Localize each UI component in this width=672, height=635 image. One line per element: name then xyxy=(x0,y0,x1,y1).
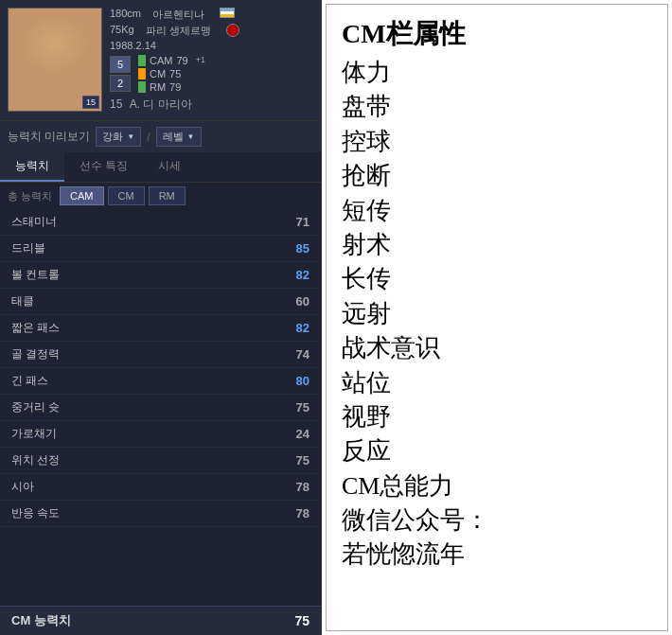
num-badge-5: 5 xyxy=(110,56,131,73)
right-item: 抢断 xyxy=(342,159,652,193)
stat-name: 중거리 슛 xyxy=(11,399,60,415)
enhance-dropdown[interactable]: 강화 xyxy=(96,127,141,147)
pos-cam-row: CAM 79 xyxy=(138,55,188,66)
sub-tab-cm[interactable]: CM xyxy=(108,186,145,205)
num-badge-2: 2 xyxy=(110,75,131,92)
right-item: 反应 xyxy=(342,434,652,468)
ability-preview-label: 능력치 미리보기 xyxy=(8,129,90,145)
player-name: A. 디 마리아 xyxy=(130,97,192,111)
player-number-badge: 15 xyxy=(82,96,99,109)
pos-cam-value: 79 xyxy=(176,55,187,66)
stat-name: 골 결정력 xyxy=(11,346,60,362)
right-footer-line: 微信公众号： xyxy=(342,503,652,538)
stat-row: 스태미너71 xyxy=(0,209,321,236)
right-footer-line: 若恍惚流年 xyxy=(342,538,652,572)
stat-value: 78 xyxy=(281,506,309,520)
player-height: 180cm xyxy=(110,8,141,22)
sub-tab-rm[interactable]: RM xyxy=(149,186,186,205)
argentina-flag-icon xyxy=(220,8,235,18)
total-row-label: CM 능력치 xyxy=(11,612,71,629)
divider: / xyxy=(147,131,150,144)
right-item: 体力 xyxy=(342,56,652,90)
stat-row: 반응 속도78 xyxy=(0,501,321,527)
stat-name: 가로채기 xyxy=(11,426,57,442)
stat-value: 75 xyxy=(281,400,309,415)
stat-value: 24 xyxy=(281,427,309,441)
sub-tab-cam[interactable]: CAM xyxy=(60,186,103,205)
right-item: 长传 xyxy=(342,262,652,296)
player-number-label: 15 xyxy=(110,97,122,111)
stat-name: 스태미너 xyxy=(11,214,57,230)
right-item: 控球 xyxy=(342,125,652,159)
stat-row: 짧은 패스82 xyxy=(0,315,321,342)
tab-player-trait[interactable]: 선수 특징 xyxy=(64,152,143,182)
right-panel-inner[interactable]: CM栏属性体力盘带控球抢断短传射术长传远射战术意识站位视野反应CM总能力微信公众… xyxy=(327,5,667,630)
stat-row: 드리블85 xyxy=(0,236,321,262)
stat-name: 시아 xyxy=(11,479,34,495)
total-row: CM 능력치 75 xyxy=(0,606,321,635)
stat-name: 위치 선정 xyxy=(11,452,60,468)
right-item: 盘带 xyxy=(342,90,652,124)
pos-cam-label: CAM xyxy=(150,55,172,66)
pos-rm-row: RM 79 xyxy=(138,81,188,93)
pos-cm-label: CM xyxy=(150,68,166,79)
stat-value: 75 xyxy=(281,453,309,467)
stat-row: 골 결정력74 xyxy=(0,342,321,368)
total-label: 총 능력치 xyxy=(8,189,52,203)
pos-rm-value: 79 xyxy=(169,81,181,93)
tab-ability[interactable]: 능력치 xyxy=(0,152,64,182)
level-dropdown[interactable]: 레벨 xyxy=(156,127,202,147)
tab-salary[interactable]: 시세 xyxy=(143,152,196,182)
stat-name: 드리블 xyxy=(11,240,45,256)
club-icon xyxy=(226,24,239,37)
right-title: CM栏属性 xyxy=(342,16,652,52)
rm-bar-icon xyxy=(138,81,146,93)
stat-name: 짧은 패스 xyxy=(11,320,60,336)
total-row-value: 75 xyxy=(294,613,309,628)
right-item: 战术意识 xyxy=(342,331,652,365)
cm-bar-icon xyxy=(138,68,146,79)
stats-list: 스태미너71드리블85볼 컨트롤82태클60짧은 패스82골 결정력74긴 패스… xyxy=(0,209,321,606)
stat-row: 시아78 xyxy=(0,474,321,501)
stat-name: 태클 xyxy=(11,293,34,309)
right-panel: CM栏属性体力盘带控球抢断短传射术长传远射战术意识站位视野反应CM总能力微信公众… xyxy=(322,0,672,635)
stat-value: 82 xyxy=(281,268,309,282)
player-photo: 15 xyxy=(8,8,102,112)
stat-row: 위치 선정75 xyxy=(0,448,321,474)
stat-row: 태클60 xyxy=(0,289,321,315)
stat-name: 반응 속도 xyxy=(11,505,60,521)
player-weight: 75Kg xyxy=(110,24,134,38)
stat-value: 60 xyxy=(281,294,309,309)
left-panel: 15 180cm 아르헨티나 75Kg 파리 생제르맹 1988.2.14 xyxy=(0,0,322,635)
stat-value: 71 xyxy=(281,215,309,229)
right-item: 视野 xyxy=(342,400,652,434)
tabs-row: 능력치 선수 특징 시세 xyxy=(0,152,321,183)
player-header: 15 180cm 아르헨티나 75Kg 파리 생제르맹 1988.2.14 xyxy=(0,0,321,120)
player-birthdate: 1988.2.14 xyxy=(110,40,156,51)
stat-value: 85 xyxy=(281,241,309,256)
player-name-row: 15 A. 디 마리아 xyxy=(110,97,313,113)
controls-row: 능력치 미리보기 강화 / 레벨 xyxy=(0,120,321,152)
player-info: 180cm 아르헨티나 75Kg 파리 생제르맹 1988.2.14 5 2 xyxy=(110,8,313,113)
stat-row: 가로채기24 xyxy=(0,421,321,448)
right-border: CM栏属性体力盘带控球抢断短传射术长传远射战术意识站位视野反应CM总能力微信公众… xyxy=(326,4,668,631)
stat-row: 볼 컨트롤82 xyxy=(0,262,321,289)
cam-bar-icon xyxy=(138,55,146,66)
right-item: 站位 xyxy=(342,366,652,400)
stat-row: 긴 패스80 xyxy=(0,368,321,395)
right-item: 短传 xyxy=(342,194,652,228)
stat-value: 82 xyxy=(281,321,309,335)
stat-value: 78 xyxy=(281,480,309,494)
stat-name: 볼 컨트롤 xyxy=(11,267,60,283)
stat-value: 80 xyxy=(281,374,309,388)
right-item: 远射 xyxy=(342,297,652,331)
pos-cm-value: 75 xyxy=(169,68,181,79)
stat-row: 중거리 슛75 xyxy=(0,395,321,421)
pos-rm-label: RM xyxy=(150,81,166,93)
pos-cm-row: CM 75 xyxy=(138,68,188,79)
stat-name: 긴 패스 xyxy=(11,373,48,389)
player-nationality: 아르헨티나 xyxy=(152,8,204,22)
sub-tabs-row: 총 능력치 CAM CM RM xyxy=(0,183,321,209)
position-stats: CAM 79 CM 75 RM 79 xyxy=(138,55,188,93)
player-club: 파리 생제르맹 xyxy=(146,24,211,38)
